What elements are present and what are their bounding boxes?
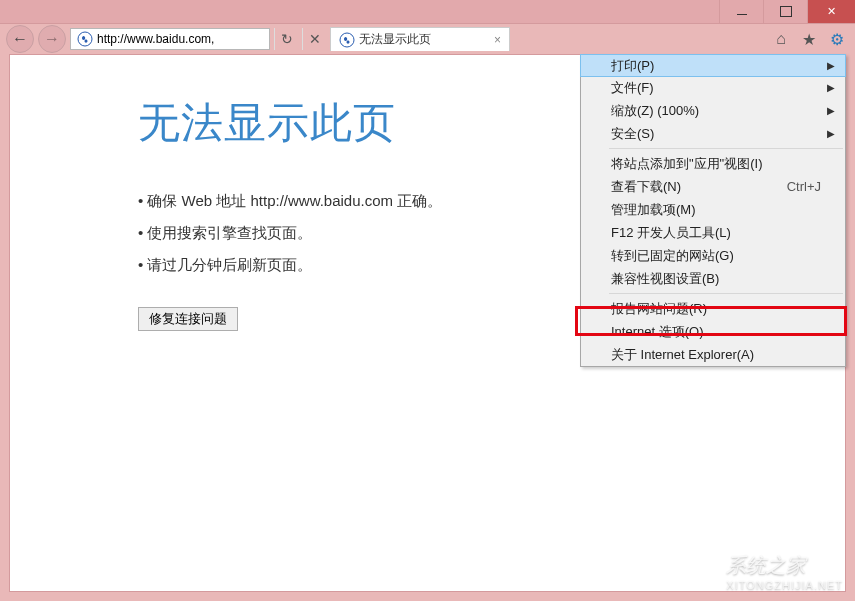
watermark-house-icon bbox=[686, 554, 720, 589]
menu-item-file[interactable]: 文件(F)▶ bbox=[581, 76, 845, 99]
menu-item-pinned-sites[interactable]: 转到已固定的网站(G) bbox=[581, 244, 845, 267]
submenu-arrow-icon: ▶ bbox=[827, 105, 835, 116]
tab-close-button[interactable]: × bbox=[490, 33, 505, 47]
menu-item-about-ie[interactable]: 关于 Internet Explorer(A) bbox=[581, 343, 845, 366]
back-button[interactable]: ← bbox=[6, 25, 34, 53]
menu-separator bbox=[609, 293, 843, 294]
home-icon: ⌂ bbox=[776, 30, 786, 48]
svg-point-1 bbox=[340, 33, 354, 47]
menu-item-label: 管理加载项(M) bbox=[611, 201, 696, 219]
menu-item-manage-addons[interactable]: 管理加载项(M) bbox=[581, 198, 845, 221]
submenu-arrow-icon: ▶ bbox=[827, 128, 835, 139]
fix-connection-button[interactable]: 修复连接问题 bbox=[138, 307, 238, 331]
menu-item-label: F12 开发人员工具(L) bbox=[611, 224, 731, 242]
menu-separator bbox=[609, 148, 843, 149]
submenu-arrow-icon: ▶ bbox=[827, 82, 835, 93]
menu-item-label: 安全(S) bbox=[611, 125, 654, 143]
submenu-arrow-icon: ▶ bbox=[827, 60, 835, 71]
menu-item-safety[interactable]: 安全(S)▶ bbox=[581, 122, 845, 145]
svg-point-0 bbox=[78, 32, 92, 46]
menu-item-report-problem[interactable]: 报告网站问题(R) bbox=[581, 297, 845, 320]
menu-item-f12-devtools[interactable]: F12 开发人员工具(L) bbox=[581, 221, 845, 244]
menu-item-label: 关于 Internet Explorer(A) bbox=[611, 346, 754, 364]
menu-item-zoom[interactable]: 缩放(Z) (100%)▶ bbox=[581, 99, 845, 122]
tools-dropdown-menu: 打印(P)▶ 文件(F)▶ 缩放(Z) (100%)▶ 安全(S)▶ 将站点添加… bbox=[580, 54, 846, 367]
window-maximize-button[interactable] bbox=[763, 0, 807, 23]
stop-button[interactable]: ✕ bbox=[302, 28, 326, 50]
stop-icon: ✕ bbox=[309, 31, 321, 47]
forward-button[interactable]: → bbox=[38, 25, 66, 53]
watermark: 系统之家 XITONGZHIJIA.NET bbox=[686, 552, 843, 591]
menu-item-add-to-apps[interactable]: 将站点添加到"应用"视图(I) bbox=[581, 152, 845, 175]
menu-item-internet-options[interactable]: Internet 选项(O) bbox=[581, 320, 845, 343]
menu-item-compat-view[interactable]: 兼容性视图设置(B) bbox=[581, 267, 845, 290]
tab-favicon bbox=[339, 32, 355, 48]
watermark-subtext: XITONGZHIJIA.NET bbox=[726, 579, 843, 591]
site-favicon bbox=[77, 31, 93, 47]
menu-item-label: 查看下载(N) bbox=[611, 178, 681, 196]
menu-item-print[interactable]: 打印(P)▶ bbox=[580, 54, 846, 77]
window-minimize-button[interactable] bbox=[719, 0, 763, 23]
menu-item-label: 文件(F) bbox=[611, 79, 654, 97]
menu-item-label: 将站点添加到"应用"视图(I) bbox=[611, 155, 763, 173]
browser-toolbar: ← → ↻ ✕ 无法显示此页 × ⌂ ★ ⚙ bbox=[0, 24, 855, 54]
refresh-icon: ↻ bbox=[281, 31, 293, 47]
menu-item-label: 报告网站问题(R) bbox=[611, 300, 707, 318]
window-titlebar bbox=[0, 0, 855, 24]
star-icon: ★ bbox=[802, 30, 816, 49]
browser-tab[interactable]: 无法显示此页 × bbox=[330, 27, 510, 51]
menu-item-label: 转到已固定的网站(G) bbox=[611, 247, 734, 265]
menu-item-view-downloads[interactable]: 查看下载(N)Ctrl+J bbox=[581, 175, 845, 198]
url-input[interactable] bbox=[97, 29, 267, 49]
menu-shortcut: Ctrl+J bbox=[787, 179, 821, 194]
menu-item-label: 兼容性视图设置(B) bbox=[611, 270, 719, 288]
gear-icon: ⚙ bbox=[830, 30, 844, 49]
tab-title: 无法显示此页 bbox=[359, 31, 431, 48]
menu-item-label: 缩放(Z) (100%) bbox=[611, 102, 699, 120]
menu-item-label: 打印(P) bbox=[611, 57, 654, 75]
refresh-button[interactable]: ↻ bbox=[274, 28, 298, 50]
home-button[interactable]: ⌂ bbox=[769, 27, 793, 51]
tools-button[interactable]: ⚙ bbox=[825, 27, 849, 51]
window-close-button[interactable] bbox=[807, 0, 855, 23]
address-bar[interactable] bbox=[70, 28, 270, 50]
menu-item-label: Internet 选项(O) bbox=[611, 323, 703, 341]
favorites-button[interactable]: ★ bbox=[797, 27, 821, 51]
watermark-text: 系统之家 bbox=[726, 552, 843, 579]
